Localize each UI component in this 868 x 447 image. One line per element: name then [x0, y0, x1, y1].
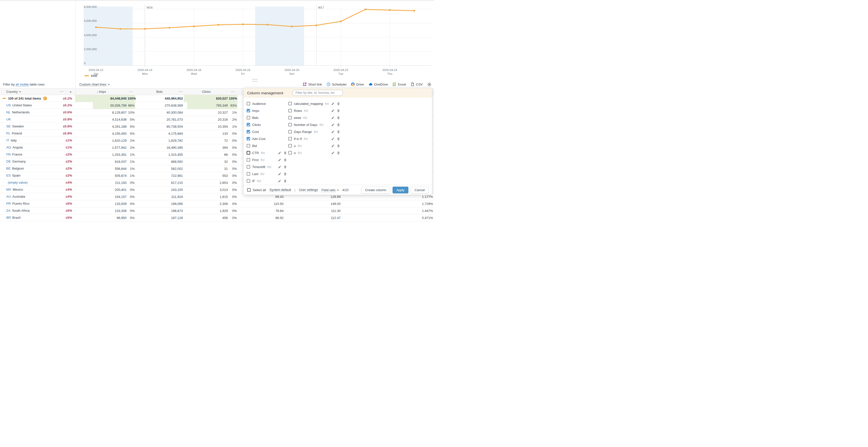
column-toggle-item[interactable]: Bids: [247, 114, 288, 121]
delete-trash-icon[interactable]: [337, 123, 340, 127]
edit-pencil-icon[interactable]: [331, 151, 335, 154]
table-row[interactable]: ZA South Africa ±5% 133,308 0% 198,873 1…: [0, 207, 434, 214]
delete-trash-icon[interactable]: [284, 151, 287, 154]
column-checkbox[interactable]: [247, 172, 250, 176]
cancel-button[interactable]: Cancel: [411, 186, 429, 194]
apply-button[interactable]: Apply: [393, 186, 408, 194]
delete-trash-icon[interactable]: [337, 144, 340, 147]
column-checkbox[interactable]: [247, 130, 250, 133]
column-checkbox[interactable]: [288, 116, 292, 119]
onedrive-button[interactable]: OneDrive: [368, 82, 388, 86]
column-checkbox[interactable]: [247, 151, 250, 154]
csv-export-button[interactable]: CSV: [410, 82, 423, 86]
column-toggle-item[interactable]: Adv Cost: [247, 135, 288, 142]
column-toggle-item[interactable]: Last f(x): [247, 170, 288, 177]
column-toggle-item[interactable]: If in If f(x): [288, 135, 342, 142]
column-filter-input[interactable]: [292, 90, 343, 96]
delete-trash-icon[interactable]: [284, 172, 287, 176]
column-checkbox[interactable]: [247, 109, 250, 112]
delete-trash-icon[interactable]: [337, 130, 340, 133]
excel-export-button[interactable]: Excel: [392, 82, 406, 86]
country-code-link[interactable]: SE: [6, 125, 10, 128]
google-drive-button[interactable]: Drive: [351, 82, 364, 86]
column-checkbox[interactable]: [288, 109, 292, 112]
field-sets-dropdown[interactable]: Field sets: [321, 188, 339, 192]
custom-chart-lines-label[interactable]: Custom chart lines: [80, 82, 106, 87]
column-checkbox[interactable]: [288, 130, 292, 133]
table-settings-button[interactable]: [427, 82, 432, 87]
field-sets-label[interactable]: Field sets: [321, 188, 336, 192]
column-checkbox[interactable]: [247, 144, 250, 147]
column-checkbox[interactable]: [247, 158, 250, 162]
column-checkbox[interactable]: [288, 151, 292, 154]
column-header-clicks[interactable]: Clicks: [184, 89, 229, 95]
column-toggle-item[interactable]: First f(x): [247, 156, 288, 163]
edit-pencil-icon[interactable]: [278, 172, 281, 176]
country-code-link[interactable]: AO: [6, 145, 11, 149]
column-toggle-item[interactable]: calculated_mapping f(x): [288, 100, 342, 107]
column-checkbox[interactable]: [247, 116, 250, 119]
delete-trash-icon[interactable]: [284, 158, 287, 162]
column-toggle-item[interactable]: Bid: [247, 142, 288, 149]
select-all-control[interactable]: Select all: [247, 188, 266, 192]
column-checkbox[interactable]: [288, 137, 292, 140]
edit-pencil-icon[interactable]: [331, 116, 335, 119]
create-column-button[interactable]: Create column: [361, 186, 390, 194]
column-checkbox[interactable]: [288, 144, 292, 147]
edit-pencil-icon[interactable]: [331, 137, 335, 140]
filter-scope-link[interactable]: all visible: [16, 82, 29, 87]
edit-pencil-icon[interactable]: [278, 158, 281, 162]
edit-pencil-icon[interactable]: [331, 144, 335, 147]
user-settings-link[interactable]: User settings: [299, 188, 318, 192]
delete-trash-icon[interactable]: [337, 102, 340, 105]
column-checkbox[interactable]: [247, 137, 250, 140]
select-all-checkbox[interactable]: [247, 188, 251, 192]
column-toggle-item[interactable]: u f(x): [288, 142, 342, 149]
country-code-link[interactable]: BE: [6, 167, 10, 170]
custom-chart-lines-dropdown[interactable]: Custom chart lines: [80, 82, 110, 86]
column-toggle-item[interactable]: Imps: [247, 107, 288, 114]
column-header-imps[interactable]: ↓Imps: [75, 89, 128, 95]
column-toggle-item[interactable]: Audience: [247, 100, 288, 107]
short-link-button[interactable]: Short link: [303, 82, 322, 86]
system-default-link[interactable]: System default: [270, 188, 291, 192]
delete-trash-icon[interactable]: [284, 165, 287, 169]
column-toggle-item[interactable]: Timeshift f(x): [247, 163, 288, 170]
column-toggle-item[interactable]: Number of Days f(x): [288, 121, 342, 128]
column-checkbox[interactable]: [288, 123, 292, 127]
country-code-link[interactable]: PR: [6, 202, 11, 205]
column-toggle-item[interactable]: Days Range f(x): [288, 128, 342, 135]
country-code-link[interactable]: BR: [6, 216, 11, 219]
country-code-link[interactable]: ES: [6, 174, 10, 177]
column-checkbox[interactable]: [247, 123, 250, 127]
country-code-link[interactable]: US: [6, 103, 11, 107]
edit-pencil-icon[interactable]: [331, 130, 335, 133]
table-row[interactable]: PR Puerto Rico ±5% 133,509 0% 199,065 2,…: [0, 200, 434, 207]
country-code-link[interactable]: IT: [6, 138, 9, 142]
column-checkbox[interactable]: [247, 165, 250, 169]
country-code-link[interactable]: PL: [6, 132, 10, 135]
delete-trash-icon[interactable]: [337, 151, 340, 154]
edit-pencil-icon[interactable]: [331, 109, 335, 112]
country-code-link[interactable]: FR: [6, 152, 10, 156]
column-toggle-item[interactable]: eeee f(x): [288, 114, 342, 121]
edit-pencil-icon[interactable]: [278, 151, 281, 154]
column-checkbox[interactable]: [288, 102, 292, 105]
clicks-column-menu-icon[interactable]: ···: [231, 90, 235, 94]
delete-trash-icon[interactable]: [337, 137, 340, 140]
info-icon[interactable]: i: [43, 97, 47, 100]
table-row[interactable]: BR Brazil ±5% 96,950 0% 187,128 456 0% 8…: [0, 214, 434, 221]
add-column-button[interactable]: +: [66, 89, 75, 95]
column-toggle-item[interactable]: CTR f(x): [247, 149, 288, 156]
delete-trash-icon[interactable]: [337, 116, 340, 119]
imps-column-menu-icon[interactable]: ···: [129, 90, 133, 94]
column-header-bids[interactable]: Bids···: [135, 89, 184, 95]
country-code-link[interactable]: DE: [6, 160, 11, 163]
edit-pencil-icon[interactable]: [331, 123, 335, 127]
edit-pencil-icon[interactable]: [278, 179, 281, 183]
country-code-link[interactable]: ZA: [6, 209, 10, 212]
bids-column-menu-icon[interactable]: ···: [179, 90, 183, 93]
column-checkbox[interactable]: [247, 179, 250, 183]
edit-pencil-icon[interactable]: [331, 102, 335, 105]
chart-legend[interactable]: total: [84, 74, 97, 77]
